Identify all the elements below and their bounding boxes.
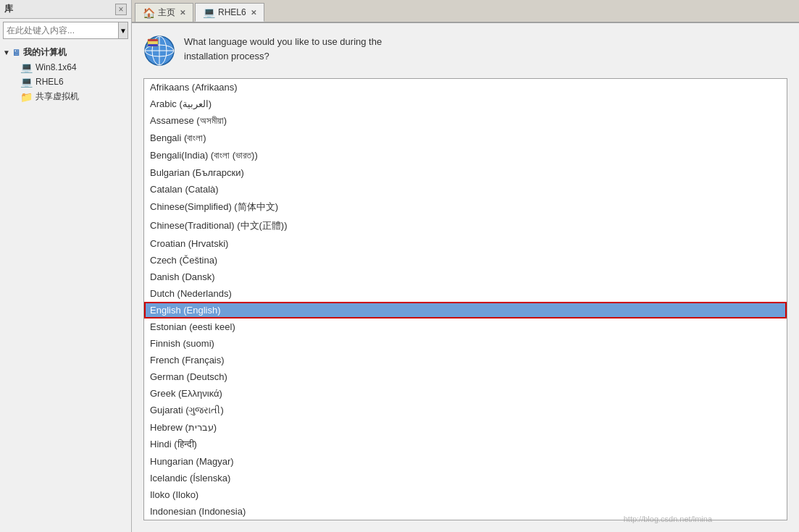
tab-bar: 🏠 主页 ✕ 💻 RHEL6 ✕ bbox=[132, 0, 799, 23]
tree-item-shared[interactable]: 📁 共享虚拟机 bbox=[0, 89, 131, 104]
language-item[interactable]: Catalan (Català) bbox=[144, 181, 787, 198]
tab-home-close[interactable]: ✕ bbox=[180, 9, 185, 17]
question-section: What language would you like to use duri… bbox=[143, 35, 787, 67]
tab-rhel6-close[interactable]: ✕ bbox=[251, 9, 256, 17]
vm-icon-win81: 💻 bbox=[20, 62, 33, 73]
tab-home[interactable]: 🏠 主页 ✕ bbox=[135, 3, 193, 22]
tree-root-label: 我的计算机 bbox=[23, 46, 67, 59]
main-area: 🏠 主页 ✕ 💻 RHEL6 ✕ What bbox=[132, 0, 799, 532]
tree-expand-icon: ▼ bbox=[3, 48, 10, 56]
content-area: What language would you like to use duri… bbox=[132, 23, 799, 532]
language-list[interactable]: Afrikaans (Afrikaans)Arabic (العربية)Ass… bbox=[144, 79, 787, 520]
question-text: What language would you like to use duri… bbox=[184, 35, 382, 63]
tree-root[interactable]: ▼ 🖥 我的计算机 bbox=[0, 45, 131, 60]
tab-rhel6[interactable]: 💻 RHEL6 ✕ bbox=[195, 3, 264, 22]
language-item[interactable]: Arabic (العربية) bbox=[144, 96, 787, 112]
search-input[interactable] bbox=[4, 25, 118, 35]
language-item[interactable]: Chinese(Traditional) (中文(正體)) bbox=[144, 216, 787, 235]
language-item[interactable]: French (Français) bbox=[144, 352, 787, 368]
language-item[interactable]: Croatian (Hrvatski) bbox=[144, 235, 787, 252]
language-item[interactable]: Dutch (Nederlands) bbox=[144, 285, 787, 302]
sidebar-title-bar: 库 × bbox=[0, 0, 131, 19]
tab-rhel6-label: RHEL6 bbox=[218, 7, 246, 17]
language-item[interactable]: Assamese (অসমীয়া) bbox=[144, 112, 787, 130]
globe-icon bbox=[143, 35, 175, 67]
language-item[interactable]: German (Deutsch) bbox=[144, 368, 787, 385]
computer-icon: 🖥 bbox=[12, 48, 20, 58]
language-item[interactable]: Iloko (Iloko) bbox=[144, 486, 787, 503]
language-item[interactable]: English (English) bbox=[144, 302, 787, 318]
tree-item-label: 共享虚拟机 bbox=[35, 90, 79, 103]
search-bar: ▼ bbox=[3, 22, 128, 39]
vm-icon-shared: 📁 bbox=[20, 91, 33, 103]
rhel6-icon: 💻 bbox=[203, 7, 215, 18]
language-item[interactable]: Greek (Ελληνικά) bbox=[144, 385, 787, 402]
svg-rect-7 bbox=[148, 44, 158, 46]
language-item[interactable]: Bulgarian (Български) bbox=[144, 164, 787, 181]
sidebar-close-button[interactable]: × bbox=[115, 4, 127, 15]
language-item[interactable]: Afrikaans (Afrikaans) bbox=[144, 79, 787, 96]
language-item[interactable]: Gujarati (ગુજરાતી) bbox=[144, 402, 787, 419]
svg-rect-6 bbox=[148, 39, 158, 41]
language-item[interactable]: Finnish (suomi) bbox=[144, 335, 787, 352]
language-item[interactable]: Hebrew (עברית) bbox=[144, 419, 787, 436]
language-item[interactable]: Hungarian (Magyar) bbox=[144, 453, 787, 470]
language-item[interactable]: Bengali (বাংলা) bbox=[144, 130, 787, 147]
tree-item-label: RHEL6 bbox=[35, 77, 64, 87]
vm-icon-rhel6: 💻 bbox=[20, 76, 33, 88]
language-item[interactable]: Estonian (eesti keel) bbox=[144, 318, 787, 335]
language-list-container: Afrikaans (Afrikaans)Arabic (العربية)Ass… bbox=[143, 78, 787, 520]
tree-item-label: Win8.1x64 bbox=[35, 62, 77, 72]
language-item[interactable]: Czech (Čeština) bbox=[144, 252, 787, 269]
sidebar-title: 库 bbox=[4, 3, 13, 15]
language-item[interactable]: Chinese(Simplified) (简体中文) bbox=[144, 198, 787, 216]
language-item[interactable]: Icelandic (Íslenska) bbox=[144, 470, 787, 486]
language-item[interactable]: Indonesian (Indonesia) bbox=[144, 503, 787, 520]
home-icon: 🏠 bbox=[143, 7, 155, 19]
language-item[interactable]: Bengali(India) (বাংলা (ভারত)) bbox=[144, 147, 787, 164]
tree-item-win81[interactable]: 💻 Win8.1x64 bbox=[0, 60, 131, 75]
language-item[interactable]: Hindi (हिन्दी) bbox=[144, 436, 787, 453]
tab-home-label: 主页 bbox=[158, 7, 175, 19]
tree-area: ▼ 🖥 我的计算机 💻 Win8.1x64 💻 RHEL6 📁 共享虚拟机 bbox=[0, 42, 131, 532]
tree-item-rhel6[interactable]: 💻 RHEL6 bbox=[0, 75, 131, 89]
language-item[interactable]: Danish (Dansk) bbox=[144, 269, 787, 285]
sidebar: 库 × ▼ ▼ 🖥 我的计算机 💻 Win8.1x64 💻 RHEL6 📁 共享… bbox=[0, 0, 132, 532]
search-dropdown-button[interactable]: ▼ bbox=[118, 22, 127, 38]
